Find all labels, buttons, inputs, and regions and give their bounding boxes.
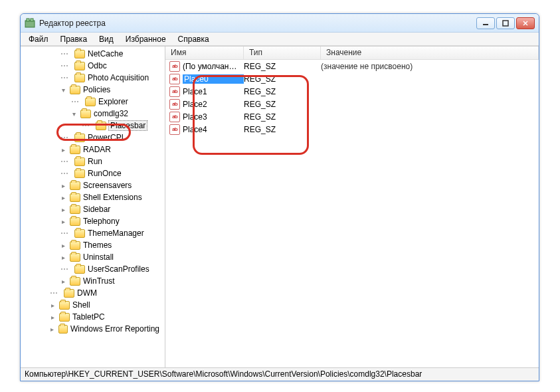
expand-icon[interactable]: ▾ [70, 110, 78, 118]
value-row[interactable]: abPlace2REG_SZ [165, 98, 539, 110]
value-data: (значение не присвоено) [321, 62, 539, 71]
tree-item[interactable]: ▸Shell Extensions [21, 191, 165, 203]
expand-icon[interactable]: ▸ [59, 146, 67, 153]
tree-item[interactable]: ▸Uninstall [21, 251, 165, 263]
folder-icon [70, 217, 80, 226]
value-row[interactable]: abPlace1REG_SZ [165, 85, 539, 98]
tree-item[interactable]: ▸Windows Error Reporting [21, 323, 165, 335]
folder-icon [59, 301, 70, 310]
folder-icon [70, 277, 80, 286]
tree-item[interactable]: ⋯Photo Acquisition [21, 72, 165, 84]
tree-item[interactable]: ▾comdlg32 [21, 108, 165, 120]
string-value-icon: ab [169, 124, 180, 135]
tree-label: Placesbar [109, 121, 147, 130]
values-pane[interactable]: Имя Тип Значение ab(По умолчанию)REG_SZ(… [165, 47, 539, 367]
col-name[interactable]: Имя [165, 47, 244, 59]
expand-icon[interactable]: ▸ [59, 193, 67, 201]
tree-label: Screensavers [83, 181, 132, 190]
tree-pane[interactable]: ⋯NetCache⋯Odbc⋯Photo Acquisition▾Policie… [21, 47, 165, 367]
menu-file[interactable]: Файл [23, 33, 54, 45]
content-area: ⋯NetCache⋯Odbc⋯Photo Acquisition▾Policie… [21, 46, 539, 367]
string-value-icon: ab [169, 61, 180, 72]
tree-label: Windows Error Reporting [70, 324, 159, 334]
col-type[interactable]: Тип [244, 47, 321, 59]
tree-item[interactable]: ⋯NetCache [21, 48, 165, 60]
maximize-button[interactable] [496, 17, 515, 29]
tree-item[interactable]: ⋯Run [21, 155, 165, 167]
tree-item[interactable]: ▸Screensavers [21, 179, 165, 191]
tree-label: Policies [83, 85, 110, 94]
titlebar[interactable]: Редактор реестра [21, 14, 539, 33]
value-row[interactable]: abPlace4REG_SZ [165, 123, 539, 136]
value-name: Place3 [183, 112, 244, 122]
expand-icon[interactable]: ▸ [59, 277, 67, 285]
tree-dots: ⋯ [68, 97, 82, 106]
tree-dots: ⋯ [58, 133, 72, 142]
tree-item[interactable]: ⋯RunOnce [21, 167, 165, 179]
tree-item[interactable]: ⋯Explorer [21, 96, 165, 108]
value-type: REG_SZ [244, 74, 321, 84]
tree-label: Uninstall [83, 252, 114, 262]
minimize-button[interactable] [476, 17, 495, 29]
folder-icon [70, 253, 80, 262]
col-value[interactable]: Значение [321, 47, 539, 59]
menu-view[interactable]: Вид [94, 33, 119, 45]
folder-icon [74, 62, 85, 70]
tree-item[interactable]: ⋯PowerCPL [21, 132, 165, 144]
close-button[interactable] [516, 17, 535, 29]
folder-icon [64, 289, 74, 298]
value-row[interactable]: ab(По умолчанию)REG_SZ(значение не присв… [165, 60, 539, 72]
value-row[interactable]: abPlace0REG_SZ [165, 72, 539, 85]
folder-icon [85, 98, 96, 106]
tree-item[interactable]: ▸Shell [21, 299, 165, 311]
expand-icon[interactable]: ▾ [59, 86, 67, 94]
tree-item[interactable]: ▸Themes [21, 239, 165, 251]
registry-tree: ⋯NetCache⋯Odbc⋯Photo Acquisition▾Policie… [21, 47, 165, 336]
tree-item[interactable]: ⋯Placesbar [21, 120, 165, 132]
menubar: Файл Правка Вид Избранное Справка [21, 33, 539, 46]
folder-icon [74, 74, 85, 82]
tree-item[interactable]: ▸RADAR [21, 144, 165, 155]
svg-rect-2 [31, 19, 33, 21]
value-row[interactable]: abPlace3REG_SZ [165, 110, 539, 123]
menu-edit[interactable]: Правка [55, 33, 93, 45]
tree-item[interactable]: ▸Sidebar [21, 203, 165, 215]
tree-item[interactable]: ⋯ThemeManager [21, 227, 165, 239]
tree-item[interactable]: ▸TabletPC [21, 311, 165, 323]
folder-icon [74, 134, 85, 142]
tree-item[interactable]: ▸WinTrust [21, 275, 165, 287]
registry-editor-window: Редактор реестра Файл Правка Вид Избранн… [20, 13, 539, 381]
tree-label: comdlg32 [94, 109, 128, 118]
tree-item[interactable]: ▸Telephony [21, 215, 165, 227]
tree-label: PowerCPL [88, 133, 126, 142]
svg-rect-4 [503, 21, 508, 26]
tree-item[interactable]: ▾Policies [21, 84, 165, 96]
value-type: REG_SZ [244, 125, 321, 134]
tree-label: Telephony [83, 217, 120, 226]
tree-label: ThemeManager [88, 229, 144, 238]
svg-rect-1 [27, 19, 29, 21]
window-buttons [476, 17, 535, 29]
expand-icon[interactable]: ▸ [59, 181, 67, 189]
expand-icon[interactable]: ▸ [59, 241, 67, 249]
tree-item[interactable]: ⋯DWM [21, 287, 165, 299]
expand-icon[interactable]: ▸ [59, 253, 67, 261]
folder-icon [59, 313, 70, 322]
tree-item[interactable]: ⋯UserScanProfiles [21, 263, 165, 275]
expand-icon[interactable]: ▸ [48, 301, 56, 309]
tree-dots: ⋯ [58, 229, 72, 238]
list-header[interactable]: Имя Тип Значение [165, 47, 539, 60]
tree-dots: ⋯ [58, 73, 72, 82]
expand-icon[interactable]: ▸ [59, 205, 67, 213]
tree-dots: ⋯ [58, 264, 72, 274]
expand-icon[interactable]: ▸ [48, 325, 56, 333]
menu-help[interactable]: Справка [173, 33, 215, 45]
tree-label: RADAR [83, 145, 111, 154]
expand-icon[interactable]: ▸ [48, 313, 56, 321]
expand-icon[interactable]: ▸ [59, 217, 67, 225]
folder-icon [70, 241, 80, 250]
menu-favorites[interactable]: Избранное [120, 33, 171, 45]
tree-dots: ⋯ [58, 49, 72, 58]
folder-icon [70, 86, 80, 94]
tree-item[interactable]: ⋯Odbc [21, 60, 165, 72]
